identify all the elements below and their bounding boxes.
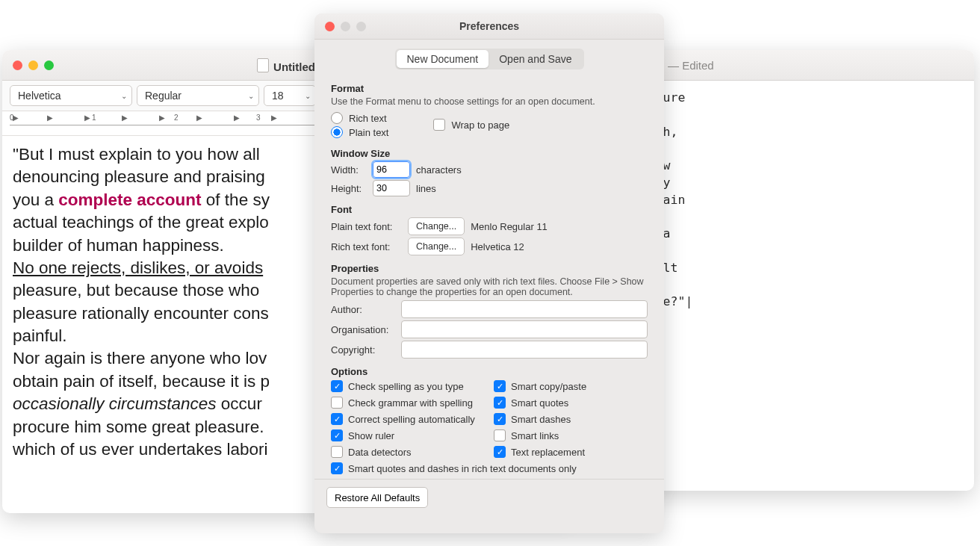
checkbox-smart-dashes[interactable]: ✓ xyxy=(494,413,506,425)
label-plain-font: Plain text font: xyxy=(331,221,402,232)
label-author: Author: xyxy=(331,304,395,315)
plain-font-value: Menlo Regular 11 xyxy=(471,221,548,232)
checkbox-smart-rich-only[interactable]: ✓ xyxy=(331,462,343,474)
unit-characters: characters xyxy=(416,164,462,176)
change-plain-font-button[interactable]: Change... xyxy=(408,217,465,235)
titlebar[interactable]: Preferences xyxy=(314,13,664,40)
help-text: Use the Format menu to choose settings f… xyxy=(331,96,648,107)
section-options: Options xyxy=(331,366,648,377)
checkbox-smart-links[interactable] xyxy=(494,429,506,441)
label-rich-font: Rich text font: xyxy=(331,241,402,252)
copyright-input[interactable] xyxy=(401,341,648,359)
tab-new-document[interactable]: New Document xyxy=(397,50,489,68)
label-copyright: Copyright: xyxy=(331,344,395,356)
preferences-window: Preferences New Document Open and Save F… xyxy=(314,13,664,533)
chevron-down-icon: ⌄ xyxy=(121,92,127,100)
tabstop-icon[interactable]: ▶ xyxy=(159,114,165,122)
help-text: Document properties are saved only with … xyxy=(331,276,648,297)
tabstop-icon[interactable]: ▶ xyxy=(234,114,240,122)
window-title: Preferences xyxy=(314,20,664,32)
font-size-select[interactable]: 18⌄ xyxy=(264,85,316,106)
author-input[interactable] xyxy=(401,300,648,318)
document-icon xyxy=(257,58,269,72)
unit-lines: lines xyxy=(416,183,436,194)
checkbox-check-grammar[interactable] xyxy=(331,397,343,409)
width-input[interactable] xyxy=(373,161,410,178)
chevron-down-icon: ⌄ xyxy=(248,92,254,100)
tabstop-icon[interactable]: ▶ xyxy=(47,114,53,122)
organisation-input[interactable] xyxy=(401,320,648,338)
height-input[interactable] xyxy=(373,180,410,196)
section-window-size: Window Size xyxy=(331,148,648,159)
tabstop-icon[interactable]: ▶ xyxy=(84,114,90,122)
checkbox-smart-copy[interactable]: ✓ xyxy=(494,380,506,392)
checkbox-text-replacement[interactable]: ✓ xyxy=(494,446,506,458)
checkbox-smart-quotes[interactable]: ✓ xyxy=(494,397,506,409)
font-family-select[interactable]: Helvetica⌄ xyxy=(10,85,132,106)
highlighted-text: complete account xyxy=(58,190,201,209)
font-style-select[interactable]: Regular⌄ xyxy=(137,85,259,106)
section-font: Font xyxy=(331,204,648,215)
label-width: Width: xyxy=(331,164,367,176)
rich-font-value: Helvetica 12 xyxy=(471,241,524,252)
footer: Restore All Defaults xyxy=(314,479,664,515)
tabstop-icon[interactable]: ▶ xyxy=(196,114,202,122)
checkbox-data-detectors[interactable] xyxy=(331,446,343,458)
radio-rich-text[interactable] xyxy=(331,112,343,124)
checkbox-wrap-to-page[interactable] xyxy=(433,119,445,131)
restore-defaults-button[interactable]: Restore All Defaults xyxy=(326,487,428,508)
checkbox-check-spelling[interactable]: ✓ xyxy=(331,380,343,392)
tab-bar: New Document Open and Save xyxy=(395,49,584,69)
section-properties: Properties xyxy=(331,263,648,274)
chevron-down-icon: ⌄ xyxy=(305,92,311,100)
label-height: Height: xyxy=(331,183,367,194)
tabstop-icon[interactable]: ▶ xyxy=(271,114,277,122)
tab-open-and-save[interactable]: Open and Save xyxy=(489,50,582,68)
change-rich-font-button[interactable]: Change... xyxy=(408,238,465,255)
tabstop-icon[interactable]: ▶ xyxy=(122,114,128,122)
checkbox-correct-spelling[interactable]: ✓ xyxy=(331,413,343,425)
checkbox-show-ruler[interactable]: ✓ xyxy=(331,429,343,441)
radio-plain-text[interactable] xyxy=(331,126,343,138)
label-organisation: Organisation: xyxy=(331,324,395,335)
section-format: Format xyxy=(331,83,648,94)
